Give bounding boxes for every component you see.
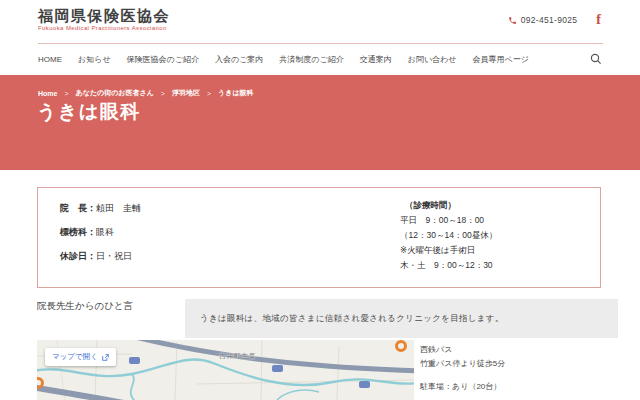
main-nav: HOME お知らせ 保険医協会のご紹介 入会のご案内 共済制度のご紹介 交通案内…: [38, 44, 603, 75]
nav-item-mutual-aid[interactable]: 共済制度のご紹介: [279, 54, 343, 65]
breadcrumb-separator: >: [64, 90, 68, 97]
clinic-info-card: 院 長：頼田 圭輔 標榜科：眼科 休診日：日・祝日 （診療時間） 平日 9：00…: [37, 187, 601, 288]
clinic-detail-page: 福岡県保険医協会 Fukuoka Medical Practitioners A…: [0, 0, 640, 400]
external-link-icon: [102, 354, 109, 361]
breadcrumb-separator: >: [161, 90, 165, 97]
nav-item-members[interactable]: 会員専用ページ: [472, 54, 528, 65]
site-logo[interactable]: 福岡県保険医協会 Fukuoka Medical Practitioners A…: [38, 7, 170, 31]
location-map[interactable]: 吉井町生葉 マップで開く: [37, 340, 414, 400]
page-title-banner: Home > あなたの街のお医者さん > 浮羽地区 > うきは眼科 うきは眼科: [0, 75, 640, 170]
breadcrumb-home[interactable]: Home: [38, 90, 57, 97]
field-department-label: 標榜科：: [60, 227, 96, 237]
field-director-label: 院 長：: [60, 203, 96, 213]
bus-walk-info: 竹重バス停より徒歩5分: [420, 357, 505, 371]
site-title: 福岡県保険医協会: [38, 7, 170, 24]
nav-item-join[interactable]: 入会のご案内: [215, 54, 263, 65]
open-map-button[interactable]: マップで開く: [45, 348, 116, 366]
phone-icon: [508, 16, 517, 25]
hours-line-thu-sat: 木・土 9：00～12：30: [400, 258, 497, 273]
comment-section-heading: 院長先生からのひと言: [37, 300, 133, 313]
breadcrumb: Home > あなたの街のお医者さん > 浮羽地区 > うきは眼科: [38, 88, 254, 98]
field-closed-days-value: 日・祝日: [96, 251, 132, 261]
field-department-value: 眼科: [96, 227, 114, 237]
hours-line-lunch: （12：30～14：00昼休）: [400, 228, 497, 243]
map-road-label: 吉井町生葉: [219, 352, 257, 361]
nav-item-home[interactable]: HOME: [38, 55, 62, 64]
breadcrumb-separator: >: [207, 90, 211, 97]
comment-box: うきは眼科は、地域の皆さまに信頼され愛されるクリニックを目指します。: [185, 299, 618, 338]
nav-item-access[interactable]: 交通案内: [360, 54, 392, 65]
clinic-hours: （診療時間） 平日 9：00～18：00 （12：30～14：00昼休） ※火曜…: [400, 198, 497, 273]
clinic-basic-fields: 院 長：頼田 圭輔 標榜科：眼科 休診日：日・祝日: [60, 196, 141, 268]
open-map-label: マップで開く: [52, 352, 98, 362]
breadcrumb-district[interactable]: 浮羽地区: [172, 88, 200, 98]
field-director-value: 頼田 圭輔: [96, 203, 141, 213]
bus-company: 西鉄バス: [420, 343, 505, 357]
facebook-icon[interactable]: f: [596, 13, 601, 27]
hours-line-note: ※火曜午後は手術日: [400, 243, 497, 258]
parking-info: 駐車場：あり（20台）: [420, 380, 505, 394]
hours-heading: （診療時間）: [405, 198, 497, 213]
hours-line-weekday: 平日 9：00～18：00: [400, 213, 497, 228]
phone-link[interactable]: 092-451-9025: [508, 15, 578, 25]
nav-item-about[interactable]: 保険医協会のご紹介: [127, 54, 199, 65]
page-title: うきは眼科: [37, 99, 141, 125]
comment-text: うきは眼科は、地域の皆さまに信頼され愛されるクリニックを目指します。: [200, 313, 504, 325]
field-closed-days: 休診日：日・祝日: [60, 244, 141, 268]
site-header: 福岡県保険医協会 Fukuoka Medical Practitioners A…: [0, 0, 640, 44]
site-header-inner: 福岡県保険医協会 Fukuoka Medical Practitioners A…: [38, 0, 603, 44]
access-info: 西鉄バス 竹重バス停より徒歩5分 駐車場：あり（20台）: [420, 343, 505, 394]
field-director: 院 長：頼田 圭輔: [60, 196, 141, 220]
breadcrumb-doctors[interactable]: あなたの街のお医者さん: [76, 88, 154, 98]
field-department: 標榜科：眼科: [60, 220, 141, 244]
nav-item-news[interactable]: お知らせ: [78, 54, 111, 65]
nav-item-contact[interactable]: お問い合わせ: [408, 54, 457, 65]
breadcrumb-current: うきは眼科: [218, 88, 254, 98]
field-closed-days-label: 休診日：: [60, 251, 96, 261]
header-contact-area: 092-451-9025 f: [508, 13, 601, 27]
search-icon[interactable]: [589, 52, 603, 66]
site-subtitle: Fukuoka Medical Practitioners Associatio…: [38, 25, 170, 31]
phone-number: 092-451-9025: [521, 15, 578, 25]
